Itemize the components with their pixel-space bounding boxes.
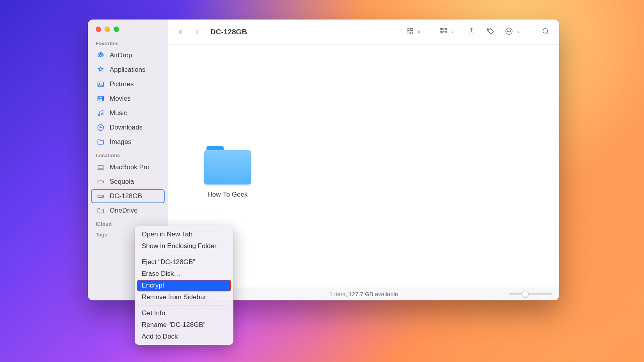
group-grid-icon — [439, 27, 448, 37]
forward-button[interactable] — [192, 27, 203, 37]
folder-icon — [96, 206, 105, 215]
window-controls — [88, 24, 168, 37]
svg-point-4 — [98, 114, 100, 115]
airdrop-icon — [96, 51, 105, 60]
svg-rect-12 — [407, 28, 409, 31]
context-menu: Open in New Tab Show in Enclosing Folder… — [135, 226, 233, 345]
chevron-down-icon — [451, 28, 455, 35]
folder-label: How-To Geek — [196, 191, 259, 199]
group-by-button[interactable] — [437, 26, 455, 38]
sidebar-item-label: MacBook Pro — [110, 163, 149, 171]
sidebar-item-label: AirDrop — [110, 51, 132, 59]
downloads-icon — [96, 123, 105, 132]
svg-rect-16 — [440, 28, 442, 30]
applications-icon — [96, 66, 105, 74]
context-menu-rename[interactable]: Rename “DC-128GB” — [137, 319, 231, 331]
folder-item[interactable]: How-To Geek — [196, 146, 259, 199]
maximize-button[interactable] — [114, 27, 119, 32]
external-drive-icon — [96, 192, 105, 201]
sidebar-item-label: Sequoia — [110, 178, 134, 186]
svg-rect-7 — [98, 165, 103, 169]
icon-size-slider[interactable] — [509, 293, 552, 295]
svg-rect-15 — [411, 32, 413, 34]
sidebar-item-dc-128gb[interactable]: DC-128GB — [91, 189, 165, 203]
svg-rect-14 — [407, 32, 409, 34]
sidebar-item-label: Movies — [110, 95, 131, 103]
tag-icon — [486, 27, 495, 37]
sidebar-item-label: OneDrive — [110, 207, 138, 215]
context-menu-separator — [141, 254, 227, 254]
sidebar-item-pictures[interactable]: Pictures — [91, 77, 165, 91]
sidebar-item-applications[interactable]: Applications — [91, 63, 165, 77]
status-text: 1 item, 127.7 GB available — [329, 291, 398, 297]
sidebar-item-macbook-pro[interactable]: MacBook Pro — [91, 160, 165, 174]
close-button[interactable] — [96, 27, 101, 32]
grid-icon — [406, 27, 414, 37]
share-icon — [467, 27, 476, 37]
context-menu-eject[interactable]: Eject “DC-128GB” — [137, 256, 231, 268]
laptop-icon — [96, 163, 105, 172]
svg-rect-13 — [411, 28, 413, 31]
svg-point-5 — [101, 114, 103, 115]
search-icon — [541, 27, 550, 37]
hard-drive-icon — [96, 177, 105, 186]
window-title: DC-128GB — [210, 28, 247, 36]
context-menu-remove-sidebar[interactable]: Remove from Sidebar — [137, 291, 231, 303]
svg-point-27 — [543, 28, 548, 33]
svg-rect-18 — [445, 28, 447, 30]
svg-point-11 — [102, 196, 103, 197]
search-button[interactable] — [539, 26, 552, 38]
sidebar-item-label: Downloads — [110, 124, 142, 131]
pictures-icon — [96, 80, 105, 89]
view-mode-button[interactable] — [403, 26, 421, 38]
sidebar-item-onedrive[interactable]: OneDrive — [91, 204, 165, 218]
music-icon — [96, 109, 105, 117]
context-menu-show-enclosing[interactable]: Show in Enclosing Folder — [137, 240, 231, 252]
svg-point-24 — [507, 31, 508, 32]
svg-point-22 — [488, 29, 489, 30]
context-menu-encrypt[interactable]: Encrypt — [137, 280, 231, 291]
sidebar-item-label: Music — [110, 109, 127, 117]
sidebar-item-movies[interactable]: Movies — [91, 92, 165, 106]
sidebar-item-sequoia[interactable]: Sequoia — [91, 175, 165, 189]
svg-rect-17 — [443, 28, 444, 30]
folder-icon — [96, 138, 105, 146]
context-menu-open-new-tab[interactable]: Open in New Tab — [137, 229, 231, 240]
svg-rect-21 — [445, 32, 447, 33]
toolbar: DC-128GB — [168, 20, 559, 45]
action-menu-button[interactable] — [502, 26, 520, 38]
back-button[interactable] — [175, 27, 186, 37]
minimize-button[interactable] — [105, 27, 110, 32]
sidebar-item-music[interactable]: Music — [91, 106, 165, 120]
svg-point-0 — [100, 54, 101, 56]
context-menu-add-to-dock[interactable]: Add to Dock — [137, 331, 231, 342]
chevron-updown-icon — [417, 28, 421, 35]
svg-point-9 — [102, 182, 103, 183]
svg-point-26 — [510, 31, 511, 32]
sidebar-item-airdrop[interactable]: AirDrop — [91, 48, 165, 62]
sidebar-header-locations: Locations — [88, 149, 168, 160]
context-menu-get-info[interactable]: Get Info — [137, 307, 231, 319]
movies-icon — [96, 94, 105, 103]
sidebar-item-images[interactable]: Images — [91, 135, 165, 149]
context-menu-erase-disk[interactable]: Erase Disk… — [137, 268, 231, 280]
sidebar-header-favorites: Favorites — [88, 37, 168, 48]
svg-rect-1 — [98, 82, 104, 87]
chevron-down-icon — [516, 28, 520, 35]
sidebar-item-downloads[interactable]: Downloads — [91, 121, 165, 135]
sidebar-item-label: Pictures — [110, 80, 133, 88]
tags-button[interactable] — [484, 26, 497, 38]
context-menu-separator — [141, 305, 227, 305]
sidebar-item-label: Applications — [110, 66, 146, 74]
sidebar-item-label: DC-128GB — [110, 192, 142, 200]
more-icon — [505, 27, 513, 37]
sidebar-item-label: Images — [110, 138, 132, 146]
svg-rect-20 — [443, 32, 444, 33]
folder-icon — [204, 146, 251, 185]
svg-rect-19 — [440, 32, 442, 33]
svg-point-25 — [509, 31, 509, 32]
share-button[interactable] — [465, 26, 478, 38]
